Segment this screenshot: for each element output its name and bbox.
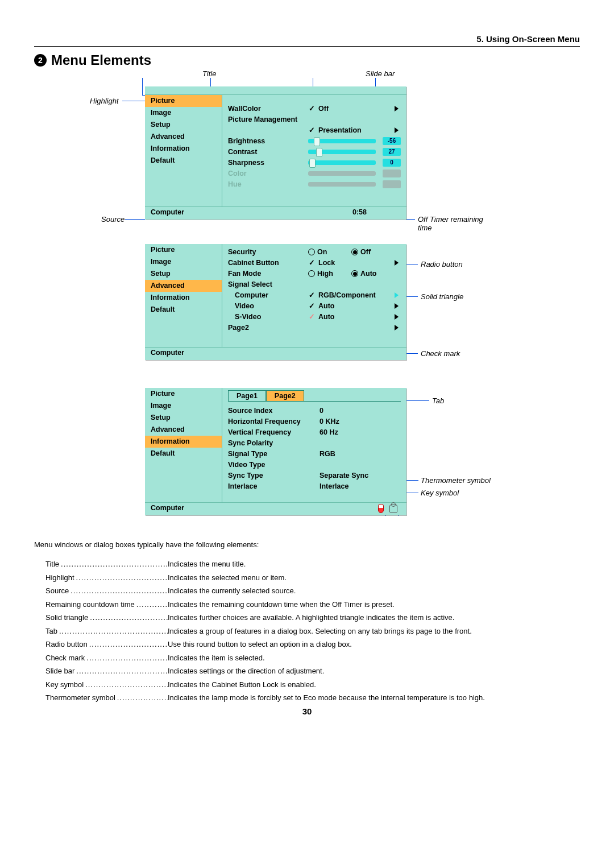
triangle-icon[interactable]	[395, 106, 399, 111]
signal-computer-value: RGB/Component	[318, 291, 391, 299]
info-row: Video Type	[228, 459, 401, 470]
header-rule	[34, 46, 580, 47]
hue-slider	[308, 182, 376, 187]
row-svideo[interactable]: S-Video ✓ Auto	[228, 311, 401, 322]
left-menu[interactable]: Picture Image Setup Advanced Information…	[145, 95, 222, 206]
row-page2[interactable]: Page2	[228, 322, 401, 333]
signal-video-value: Auto	[318, 302, 391, 310]
tab-page1[interactable]: Page1	[228, 390, 266, 401]
radio-on[interactable]	[308, 249, 315, 255]
menu-image[interactable]: Image	[145, 256, 222, 268]
source-name-3: Computer	[151, 504, 184, 515]
info-value: Interlace	[320, 482, 401, 490]
row-cabinet[interactable]: Cabinet Button ✓ Lock	[228, 257, 401, 268]
row-picmgmt-label: Picture Management	[228, 114, 401, 125]
info-row: Sync Polarity	[228, 437, 401, 448]
sharpness-slider[interactable]	[308, 160, 376, 165]
cabinet-value: Lock	[318, 259, 391, 267]
menu-default[interactable]: Default	[145, 448, 222, 460]
tab-page2[interactable]: Page2	[266, 390, 304, 401]
color-value	[383, 170, 401, 177]
menu-advanced[interactable]: Advanced	[145, 424, 222, 436]
menu-setup[interactable]: Setup	[145, 119, 222, 131]
triangle-icon[interactable]	[395, 325, 399, 330]
page-number: 30	[34, 706, 580, 716]
menu-picture[interactable]: Picture	[145, 244, 222, 256]
description-row: Solid triangle Indicates further choices…	[45, 613, 580, 623]
row-computer[interactable]: Computer ✓ RGB/Component	[228, 290, 401, 300]
description-row: Thermometer symbol Indicates the lamp mo…	[45, 693, 580, 703]
sharpness-value: 0	[383, 159, 401, 167]
menu-picture[interactable]: Picture	[145, 388, 222, 400]
description-term: Remaining countdown time	[45, 600, 168, 610]
contrast-slider[interactable]	[308, 150, 376, 154]
check-icon: ✓	[308, 291, 315, 299]
description-definition: Indicates the Cabinet Button Lock is ena…	[168, 680, 580, 690]
description-row: Key symbol Indicates the Cabinet Button …	[45, 680, 580, 690]
source-bar-2: Computer	[145, 347, 406, 360]
menu-advanced[interactable]: Advanced	[145, 131, 222, 143]
left-menu-3[interactable]: Picture Image Setup Advanced Information…	[145, 388, 222, 502]
row-color: Color	[228, 168, 401, 179]
menu-panel-picture: Picture Image Setup Advanced Information…	[145, 86, 406, 220]
row-fan[interactable]: Fan Mode High Auto	[228, 268, 401, 279]
description-definition: Indicates the selected menu or item.	[168, 573, 580, 583]
row-wallcolor[interactable]: WallColor ✓ Off	[228, 103, 401, 114]
row-hue: Hue	[228, 179, 401, 189]
thermometer-icon	[378, 504, 384, 513]
menu-information[interactable]: Information	[145, 292, 222, 304]
menu-information[interactable]: Information	[145, 436, 222, 448]
signal-video-label: Video	[228, 302, 305, 310]
signal-label: Signal Select	[228, 280, 305, 288]
radio-high[interactable]	[308, 270, 315, 277]
row-security[interactable]: Security On Off	[228, 246, 401, 257]
menu-image[interactable]: Image	[145, 400, 222, 412]
row-brightness[interactable]: Brightness -56	[228, 135, 401, 146]
radio-auto[interactable]	[351, 270, 358, 277]
row-sharpness[interactable]: Sharpness 0	[228, 157, 401, 168]
info-label: Vertical Frequency	[228, 428, 316, 436]
description-row: Highlight Indicates the selected menu or…	[45, 573, 580, 583]
menu-image[interactable]: Image	[145, 107, 222, 119]
row-video[interactable]: Video ✓ Auto	[228, 300, 401, 311]
menu-information[interactable]: Information	[145, 143, 222, 155]
contrast-value: 27	[383, 148, 401, 156]
check-icon: ✓	[308, 126, 315, 134]
callout-check: Check mark	[421, 349, 460, 358]
triangle-icon[interactable]	[395, 314, 399, 320]
triangle-icon[interactable]	[395, 260, 399, 266]
tab-set[interactable]: Page1 Page2	[228, 390, 401, 401]
menu-default[interactable]: Default	[145, 155, 222, 167]
menu-setup[interactable]: Setup	[145, 412, 222, 424]
row-signal-select: Signal Select	[228, 279, 401, 290]
menu-default[interactable]: Default	[145, 304, 222, 316]
brightness-slider[interactable]	[308, 139, 376, 143]
callout-radio: Radio button	[421, 260, 463, 268]
row-contrast[interactable]: Contrast 27	[228, 146, 401, 157]
triangle-icon[interactable]	[395, 303, 399, 309]
contrast-label: Contrast	[228, 148, 305, 156]
info-row: Vertical Frequency60 Hz	[228, 427, 401, 437]
triangle-icon[interactable]	[395, 292, 399, 298]
info-label: Horizontal Frequency	[228, 418, 316, 425]
description-definition: Indicates settings or the direction of a…	[168, 666, 580, 676]
row-picmgmt-value[interactable]: ✓ Presentation	[228, 125, 401, 135]
callout-slidebar: Slide bar	[366, 69, 395, 78]
menu-advanced[interactable]: Advanced	[145, 280, 222, 292]
description-term: Thermometer symbol	[45, 693, 168, 703]
left-menu-2[interactable]: Picture Image Setup Advanced Information…	[145, 244, 222, 347]
description-row: Title Indicates the menu title.	[45, 559, 580, 569]
menu-setup[interactable]: Setup	[145, 268, 222, 280]
source-name: Computer	[151, 208, 184, 220]
sharpness-label: Sharpness	[228, 159, 305, 167]
brightness-label: Brightness	[228, 137, 305, 145]
color-label: Color	[228, 170, 305, 177]
description-definition: Use this round button to select an optio…	[168, 639, 580, 650]
key-icon	[389, 505, 397, 512]
menu-picture[interactable]: Picture	[145, 95, 222, 107]
signal-svideo-label: S-Video	[228, 313, 305, 321]
radio-off[interactable]	[351, 249, 358, 255]
triangle-icon[interactable]	[395, 127, 399, 133]
picmgmt-value: Presentation	[318, 126, 391, 134]
callout-thermo: Thermometer symbol	[421, 476, 491, 485]
